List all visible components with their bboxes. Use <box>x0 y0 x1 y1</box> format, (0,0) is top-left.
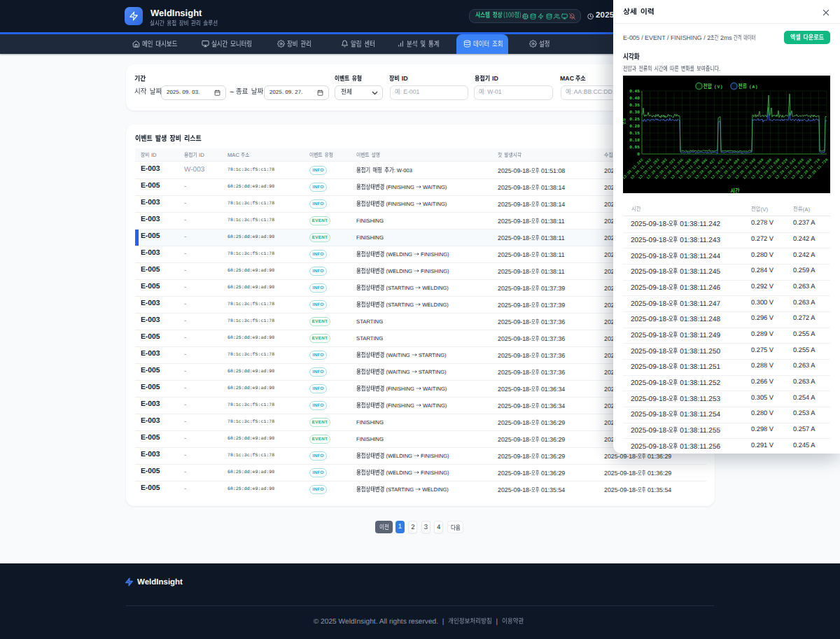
svg-text:0: 0 <box>637 152 640 157</box>
svg-text:0.30: 0.30 <box>629 110 640 115</box>
svg-text:0.25: 0.25 <box>629 117 640 122</box>
svg-text:(A): (A) <box>749 85 758 90</box>
svg-text:0.35: 0.35 <box>629 103 640 108</box>
svg-text:(V): (V) <box>714 85 723 90</box>
svg-text:0.15: 0.15 <box>629 131 640 136</box>
svg-text:0.10: 0.10 <box>629 138 640 143</box>
svg-text:0.45: 0.45 <box>629 89 640 94</box>
svg-text:0.20: 0.20 <box>629 124 640 129</box>
svg-text:0.40: 0.40 <box>629 96 640 101</box>
svg-text:0.05: 0.05 <box>629 145 640 150</box>
